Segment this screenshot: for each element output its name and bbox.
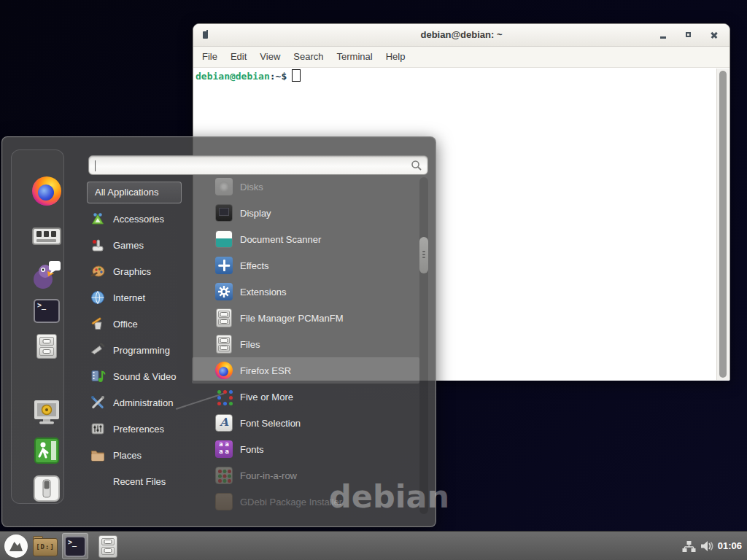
shut-down-icon [33,475,61,502]
category-label: Graphics [113,266,151,277]
category-recent-files[interactable]: Recent Files [87,468,193,494]
office-icon [90,316,106,332]
menu-help[interactable]: Help [379,47,412,67]
category-label: Accessories [113,214,164,225]
graphics-icon [90,263,106,279]
shut-down-button[interactable] [31,472,63,505]
clock[interactable]: 01:06 [718,532,742,560]
category-internet[interactable]: Internet [87,284,193,311]
terminal-scrollbar-thumb[interactable] [719,71,727,378]
favorite-files-button[interactable] [31,330,63,362]
document-scanner-icon [215,230,233,248]
category-games[interactable]: Games [87,232,193,258]
category-programming[interactable]: Programming [87,337,193,363]
terminal-menubar: File Edit View Search Terminal Help [193,47,729,68]
firefox-icon [32,176,61,206]
terminal-icon [64,536,86,557]
menu-terminal[interactable]: Terminal [330,47,379,67]
app-item-files[interactable]: Files [192,331,419,357]
app-list-scrollbar-thumb[interactable] [419,237,428,273]
menu-search[interactable]: Search [287,47,330,67]
terminal-scrollbar[interactable] [716,69,729,380]
keyboard-icon [32,225,61,247]
menu-logo-icon [4,534,28,559]
favorite-pidgin-button[interactable] [31,259,63,291]
app-item-four-in-a-row[interactable]: Four-in-a-row [192,462,419,489]
font-selection-icon [215,414,233,432]
prompt-line: debian@debian:~$ [196,69,301,82]
search-icon [411,160,422,171]
menu-button[interactable] [3,533,29,559]
app-item-extensions[interactable]: Extensions [192,279,419,305]
category-label: Preferences [113,424,164,435]
favorites-panel [11,149,64,504]
administration-icon [90,394,106,411]
terminal-icon [34,299,60,323]
category-label: Programming [113,345,170,356]
sound-video-icon [90,368,106,384]
menu-view[interactable]: View [253,47,287,67]
category-graphics[interactable]: Graphics [87,258,193,284]
close-button[interactable] [708,29,720,41]
taskbar-file-manager-button[interactable]: [D:] [32,533,58,559]
taskbar-files-button[interactable] [95,533,121,559]
network-icon[interactable] [682,540,696,553]
internet-icon [90,289,106,306]
all-applications-label: All Applications [95,187,158,198]
log-out-button[interactable] [31,435,63,467]
app-item-effects[interactable]: Effects [192,252,419,279]
app-item-five-or-more[interactable]: Five or More [192,384,419,410]
volume-icon[interactable] [700,540,713,552]
search-input[interactable] [96,157,406,174]
category-places[interactable]: Places [87,442,193,468]
category-accessories[interactable]: Accessories [87,206,193,232]
window-title: debian@debian: ~ [193,24,729,46]
terminal-titlebar[interactable]: debian@debian: ~ [193,24,729,47]
app-item-font-selection[interactable]: Font Selection [192,410,419,436]
menu-edit[interactable]: Edit [224,47,253,67]
firefox-icon [215,362,233,379]
category-all-applications[interactable]: All Applications [87,182,182,203]
pidgin-icon [31,260,62,290]
lock-screen-icon [32,399,61,427]
app-list-scrollbar[interactable] [419,177,428,514]
menu-file[interactable]: File [196,47,224,67]
category-office[interactable]: Office [87,311,193,337]
favorite-terminal-button[interactable] [31,295,63,327]
maximize-button[interactable] [683,29,694,41]
fonts-icon [215,440,233,458]
effects-icon [215,257,233,274]
gdebi-icon [215,493,233,510]
minimize-button[interactable] [657,29,669,41]
app-item-display[interactable]: Display [192,200,419,226]
folder-label: [D:] [33,543,58,551]
disks-icon [215,178,233,195]
category-preferences[interactable]: Preferences [87,416,193,442]
category-label: Administration [113,397,173,408]
app-item-disks[interactable]: Disks [192,174,419,200]
favorite-firefox-button[interactable] [31,175,63,207]
application-menu: debian [1,136,436,527]
category-label: Office [113,319,138,330]
file-cabinet-icon [98,535,117,558]
app-item-fonts[interactable]: Fonts [192,436,419,462]
preferences-icon [90,421,106,437]
search-box[interactable] [88,155,428,175]
category-sound-video[interactable]: Sound & Video [87,363,193,389]
category-label: Recent Files [113,476,166,487]
category-administration[interactable]: Administration [87,389,193,416]
app-item-firefox-esr[interactable]: Firefox ESR [192,357,419,384]
favorite-keyboard-button[interactable] [31,220,63,252]
log-out-icon [34,437,60,464]
accessories-icon [90,211,106,227]
app-item-file-manager-pcmanfm[interactable]: File Manager PCManFM [192,305,419,331]
app-item-document-scanner[interactable]: Document Scanner [192,226,419,252]
app-item-gdebi-package-installer[interactable]: GDebi Package Installer [192,489,419,515]
extensions-icon [215,283,233,300]
taskbar-terminal-button[interactable] [62,533,88,559]
application-list: Disks Display Document Scanner Effects E… [192,174,419,525]
games-icon [90,237,106,253]
prompt-suffix: :~$ [270,71,287,82]
desktop: debian@debian: ~ File Edit View Search T… [0,0,747,560]
lock-screen-button[interactable] [31,397,63,429]
